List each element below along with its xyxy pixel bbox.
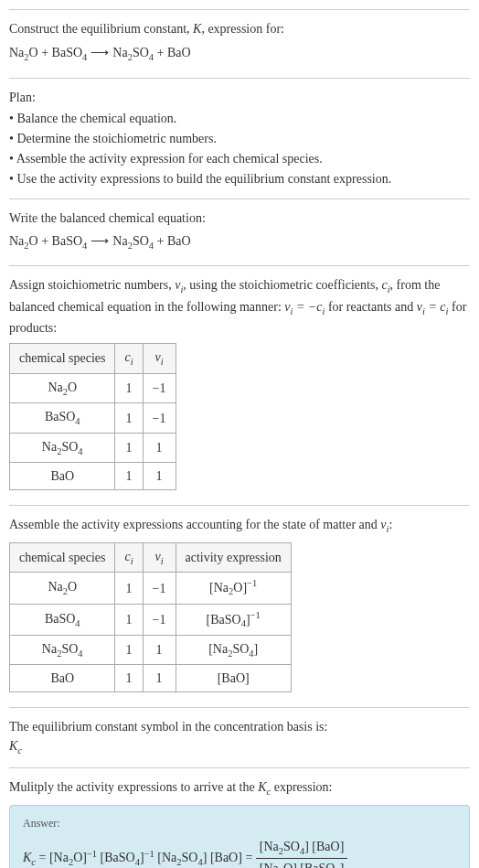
- activity-a: Assemble the activity expressions accoun…: [9, 518, 380, 531]
- activity-table: chemical species ci νi activity expressi…: [9, 542, 292, 693]
- multiply-b: expression:: [271, 780, 332, 794]
- stoich-d: for reactants and: [325, 300, 416, 314]
- stoich-ci: ci: [381, 278, 389, 292]
- table-row: BaO 1 1 [BaO]: [10, 665, 292, 692]
- fraction-numerator: [Na2SO4] [BaO]: [256, 837, 348, 860]
- plan-item: • Balance the chemical equation.: [9, 109, 470, 128]
- plan-item: • Determine the stoichiometric numbers.: [9, 129, 470, 148]
- cell-species: Na2O: [10, 373, 115, 403]
- cell-activity: [BaO]: [176, 665, 291, 692]
- answer-label: Answer:: [23, 815, 456, 831]
- multiply-a: Mulitply the activity expressions to arr…: [9, 780, 258, 794]
- cell-nu: 1: [143, 665, 176, 692]
- cell-nu: 1: [143, 433, 176, 463]
- balanced-equation: Na2O + BaSO4⟶Na2SO4 + BaO: [9, 231, 470, 253]
- stoich-nu: νi: [175, 278, 183, 292]
- plan-item: • Use the activity expressions to build …: [9, 169, 470, 188]
- stoich-rel2: νi = ci: [417, 300, 449, 314]
- table-row: Na2SO4 1 1 [Na2SO4]: [10, 635, 292, 665]
- cell-species: Na2O: [10, 573, 115, 604]
- symbol-label: The equilibrium constant symbol in the c…: [9, 717, 470, 736]
- cell-ci: 1: [115, 463, 143, 490]
- plan-title: Plan:: [9, 88, 470, 107]
- stoich-a: Assign stoichiometric numbers,: [9, 278, 175, 292]
- table-row: BaSO4 1 −1: [10, 403, 176, 434]
- cell-nu: −1: [143, 604, 176, 635]
- th-activity: activity expression: [176, 542, 291, 573]
- activity-label: Assemble the activity expressions accoun…: [9, 515, 470, 537]
- fraction-denominator: [Na2O] [BaSO4]: [256, 859, 348, 868]
- th-nu: νi: [143, 344, 176, 374]
- table-row: Na2SO4 1 1: [10, 433, 176, 463]
- stoich-b: , using the stoichiometric coefficients,: [183, 278, 381, 292]
- plan-section: Plan: • Balance the chemical equation. •…: [9, 78, 470, 198]
- cell-activity: [Na2O]−1: [176, 573, 291, 604]
- cell-species: BaSO4: [10, 604, 115, 635]
- th-species: chemical species: [10, 344, 115, 374]
- cell-ci: 1: [115, 573, 143, 604]
- cell-activity: [BaSO4]−1: [176, 604, 291, 635]
- intro-text: Construct the equilibrium constant, K, e…: [9, 19, 470, 38]
- cell-nu: −1: [143, 373, 176, 403]
- symbol-section: The equilibrium constant symbol in the c…: [9, 707, 470, 767]
- stoich-table: chemical species ci νi Na2O 1 −1 BaSO4 1…: [9, 343, 176, 490]
- cell-ci: 1: [115, 403, 143, 434]
- intro-part-b: , expression for:: [201, 22, 284, 36]
- stoich-text: Assign stoichiometric numbers, νi, using…: [9, 275, 470, 338]
- multiply-section: Mulitply the activity expressions to arr…: [9, 767, 470, 868]
- multiply-kc: Kc: [258, 780, 271, 794]
- th-ci: ci: [115, 344, 143, 374]
- th-ci: ci: [115, 542, 143, 573]
- activity-b: :: [389, 518, 392, 531]
- cell-nu: −1: [143, 403, 176, 434]
- cell-nu: −1: [143, 573, 176, 604]
- cell-species: BaO: [10, 463, 115, 490]
- table-row: Na2O 1 −1 [Na2O]−1: [10, 573, 292, 604]
- intro-k: K: [193, 22, 201, 36]
- th-species: chemical species: [10, 542, 115, 573]
- plan-item: • Assemble the activity expression for e…: [9, 149, 470, 168]
- table-row: BaSO4 1 −1 [BaSO4]−1: [10, 604, 292, 635]
- cell-ci: 1: [115, 665, 143, 692]
- symbol-kc: Kc: [9, 736, 470, 758]
- cell-ci: 1: [115, 635, 143, 665]
- table-header-row: chemical species ci νi activity expressi…: [10, 542, 292, 573]
- activity-section: Assemble the activity expressions accoun…: [9, 505, 470, 707]
- cell-activity: [Na2SO4]: [176, 635, 291, 665]
- cell-species: Na2SO4: [10, 433, 115, 463]
- cell-species: BaO: [10, 665, 115, 692]
- answer-expression: Kc = [Na2O]−1 [BaSO4]−1 [Na2SO4] [BaO] =…: [23, 837, 456, 868]
- table-row: BaO 1 1: [10, 463, 176, 490]
- intro-section: Construct the equilibrium constant, K, e…: [9, 9, 470, 78]
- stoich-rel1: νi = −ci: [284, 300, 325, 314]
- answer-box: Answer: Kc = [Na2O]−1 [BaSO4]−1 [Na2SO4]…: [9, 805, 470, 868]
- intro-equation: Na2O + BaSO4⟶Na2SO4 + BaO: [9, 43, 470, 65]
- balanced-label: Write the balanced chemical equation:: [9, 209, 470, 228]
- cell-species: Na2SO4: [10, 635, 115, 665]
- balanced-section: Write the balanced chemical equation: Na…: [9, 198, 470, 266]
- table-row: Na2O 1 −1: [10, 373, 176, 403]
- th-nu: νi: [143, 542, 176, 573]
- multiply-label: Mulitply the activity expressions to arr…: [9, 777, 470, 799]
- stoich-section: Assign stoichiometric numbers, νi, using…: [9, 265, 470, 505]
- cell-nu: 1: [143, 463, 176, 490]
- cell-ci: 1: [115, 604, 143, 635]
- fraction: [Na2SO4] [BaO] [Na2O] [BaSO4]: [256, 837, 348, 868]
- table-header-row: chemical species ci νi: [10, 344, 176, 374]
- cell-species: BaSO4: [10, 403, 115, 434]
- cell-nu: 1: [143, 635, 176, 665]
- intro-part-a: Construct the equilibrium constant,: [9, 22, 193, 36]
- cell-ci: 1: [115, 433, 143, 463]
- cell-ci: 1: [115, 373, 143, 403]
